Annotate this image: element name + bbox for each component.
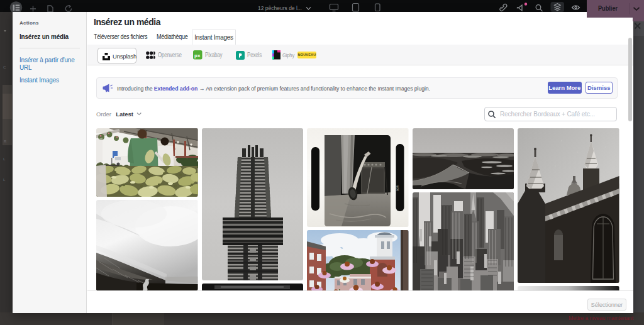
svg-text:L: L	[3, 178, 6, 182]
svg-text:px: px	[194, 53, 201, 58]
svg-text:C: C	[3, 65, 6, 69]
svg-text:R: R	[4, 140, 7, 143]
svg-text:12 pêcheurs de l...: 12 pêcheurs de l...	[258, 5, 302, 11]
svg-text:A04: A04	[396, 185, 399, 191]
svg-text:L: L	[3, 157, 6, 161]
